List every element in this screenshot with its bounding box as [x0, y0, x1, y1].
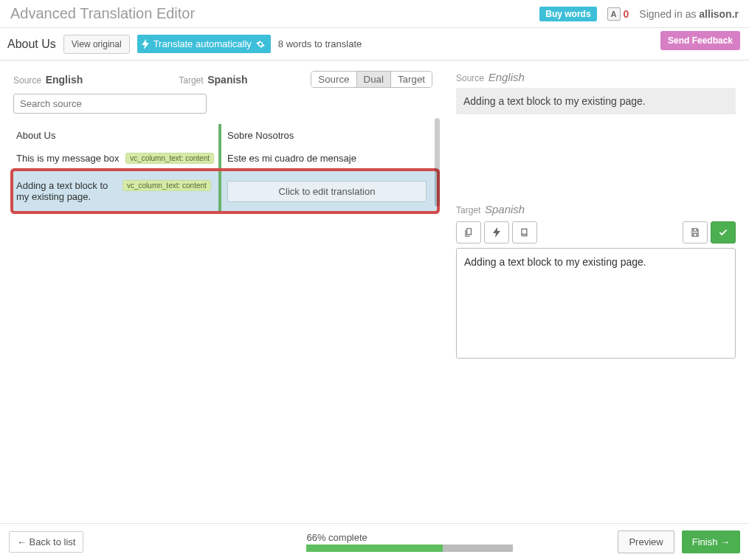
- left-pane: Source English Target Spanish Source Dua…: [0, 61, 443, 523]
- user-name: allison.r: [699, 8, 739, 20]
- gear-icon: [256, 40, 265, 49]
- field-tag: vc_column_text: content: [125, 153, 214, 164]
- copy-icon: [463, 227, 474, 238]
- sub-header: About Us View original Translate automat…: [0, 28, 749, 61]
- field-tag: vc_column_text: content: [122, 180, 211, 191]
- detail-target-label: Target Spanish: [456, 203, 736, 215]
- scrollbar-vertical[interactable]: [435, 118, 440, 269]
- progress-label: 66% complete: [306, 532, 528, 543]
- translate-icon: A: [607, 7, 621, 21]
- word-counter: A 0: [607, 7, 629, 21]
- detail-source-label: Source English: [456, 71, 736, 83]
- progress-fill: [306, 545, 443, 552]
- source-text: About Us: [16, 130, 214, 141]
- confirm-button[interactable]: [711, 221, 736, 243]
- source-text: This is my message box: [16, 153, 122, 164]
- glossary-button[interactable]: [512, 221, 537, 243]
- translate-automatically-button[interactable]: Translate automatically: [137, 35, 271, 53]
- view-toggle[interactable]: Source Dual Target: [311, 71, 432, 88]
- table-row[interactable]: This is my message box vc_column_text: c…: [13, 147, 443, 170]
- send-feedback-button[interactable]: Send Feedback: [660, 31, 740, 50]
- bolt-icon: [493, 227, 500, 238]
- save-button[interactable]: [683, 221, 708, 243]
- progress: 66% complete: [306, 532, 528, 552]
- view-toggle-source[interactable]: Source: [311, 72, 356, 87]
- right-pane: Source English Adding a text block to my…: [443, 61, 749, 523]
- target-lang-label: Target Spanish: [179, 74, 247, 86]
- translation-textarea[interactable]: [456, 248, 736, 359]
- view-original-button[interactable]: View original: [63, 35, 130, 54]
- view-toggle-dual[interactable]: Dual: [357, 72, 391, 87]
- words-to-translate-label: 8 words to translate: [278, 38, 362, 49]
- click-to-edit-button[interactable]: Click to edit translation: [227, 181, 427, 202]
- source-lang-label: Source English: [13, 74, 83, 86]
- progress-bar: [306, 545, 513, 552]
- page-name: About Us: [7, 38, 56, 51]
- back-to-list-button[interactable]: ← Back to list: [9, 531, 83, 553]
- table-row[interactable]: About Us Sobre Nosotros: [13, 124, 443, 147]
- content-area: Source English Target Spanish Source Dua…: [0, 61, 749, 523]
- target-text[interactable]: Este es mi cuadro de mensaje: [218, 147, 432, 170]
- bolt-icon: [142, 39, 149, 49]
- book-icon: [520, 227, 530, 238]
- check-icon: [718, 227, 728, 238]
- save-icon: [690, 227, 700, 238]
- detail-source-text: Adding a text block to my existing page.: [456, 88, 736, 114]
- table-row-selected[interactable]: Adding a text block to my existing page.…: [13, 171, 437, 211]
- signed-in-label: Signed in as allison.r: [639, 8, 739, 20]
- footer: ← Back to list 66% complete Preview Fini…: [0, 523, 749, 560]
- view-toggle-target[interactable]: Target: [391, 72, 432, 87]
- copy-source-button[interactable]: [456, 221, 481, 243]
- app-title: Advanced Translation Editor: [10, 5, 195, 22]
- search-input[interactable]: [13, 94, 207, 114]
- target-text[interactable]: Sobre Nosotros: [218, 124, 432, 147]
- app-header: Advanced Translation Editor Buy words A …: [0, 0, 749, 28]
- finish-button[interactable]: Finish →: [682, 530, 740, 553]
- machine-translate-button[interactable]: [484, 221, 509, 243]
- word-counter-value: 0: [624, 8, 629, 20]
- source-text: Adding a text block to my existing page.: [16, 180, 120, 202]
- preview-button[interactable]: Preview: [618, 530, 674, 553]
- buy-words-button[interactable]: Buy words: [539, 7, 596, 21]
